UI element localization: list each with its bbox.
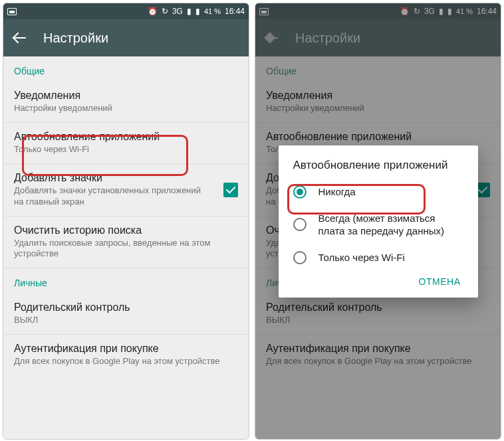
radio-label: Только через Wi-Fi <box>318 251 405 264</box>
item-title: Добавлять значки <box>14 172 211 184</box>
screenshot-icon <box>7 8 17 15</box>
dialog-scrim[interactable]: Автообновление приложений Никогда Всегда… <box>255 3 501 439</box>
item-autoupdate[interactable]: Автообновление приложений Только через W… <box>3 123 249 164</box>
radio-option-always[interactable]: Всегда (может взиматься плата за передач… <box>279 205 478 244</box>
radio-option-never[interactable]: Никогда <box>279 179 478 205</box>
toolbar-title: Настройки <box>43 31 108 46</box>
toolbar: Настройки <box>3 19 249 56</box>
dialog-title: Автообновление приложений <box>279 159 478 179</box>
phone-screen-left: ⏰ ↻ 3G ▮ ▮ 41 % 16:44 Настройки Общие Ув… <box>3 3 249 440</box>
item-sub: ВЫКЛ <box>14 315 238 326</box>
item-title: Уведомления <box>14 90 238 102</box>
alarm-icon: ⏰ <box>148 7 158 16</box>
item-sub: Настройки уведомлений <box>14 103 238 114</box>
settings-list: Общие Уведомления Настройки уведомлений … <box>3 56 249 439</box>
item-notifications[interactable]: Уведомления Настройки уведомлений <box>3 82 249 123</box>
battery-pct: 41 % <box>204 7 221 15</box>
radio-label: Всегда (может взиматься плата за передач… <box>318 212 463 238</box>
item-title: Очистить историю поиска <box>14 224 238 236</box>
signal-icon: ▮ <box>187 7 191 16</box>
item-clear-history[interactable]: Очистить историю поиска Удалить поисковы… <box>3 217 249 269</box>
item-auth[interactable]: Аутентификация при покупке Для всех поку… <box>3 335 249 375</box>
item-sub: Для всех покупок в Google Play на этом у… <box>14 356 238 367</box>
item-title: Аутентификация при покупке <box>14 343 238 355</box>
sync-icon: ↻ <box>162 7 168 16</box>
section-general: Общие <box>3 56 249 82</box>
item-title: Автообновление приложений <box>14 131 238 143</box>
status-bar: ⏰ ↻ 3G ▮ ▮ 41 % 16:44 <box>3 3 249 19</box>
clock: 16:44 <box>225 7 245 16</box>
radio-selected-icon <box>293 185 307 199</box>
network-label: 3G <box>172 7 183 16</box>
battery-icon: ▮ <box>195 7 200 16</box>
radio-unselected-icon <box>293 251 307 264</box>
radio-option-wifi[interactable]: Только через Wi-Fi <box>279 244 478 267</box>
item-add-icons[interactable]: Добавлять значки Добавлять значки устано… <box>3 164 249 217</box>
item-sub: Только через Wi-Fi <box>14 144 238 155</box>
checkbox-checked-icon[interactable] <box>223 183 238 197</box>
item-sub: Добавлять значки установленных приложени… <box>14 185 211 208</box>
radio-label: Никогда <box>318 185 356 199</box>
section-personal: Личные <box>3 268 249 294</box>
item-title: Родительский контроль <box>14 302 238 313</box>
item-sub: Удалить поисковые запросы, введенные на … <box>14 238 238 260</box>
autoupdate-dialog: Автообновление приложений Никогда Всегда… <box>279 145 478 298</box>
radio-unselected-icon <box>293 218 307 231</box>
back-icon[interactable] <box>14 31 27 44</box>
phone-screen-right: ⏰ ↻ 3G ▮ ▮ 41 % 16:44 Настройки Общие Ув… <box>255 3 501 440</box>
cancel-button[interactable]: ОТМЕНА <box>412 271 467 292</box>
item-parental[interactable]: Родительский контроль ВЫКЛ <box>3 294 249 335</box>
